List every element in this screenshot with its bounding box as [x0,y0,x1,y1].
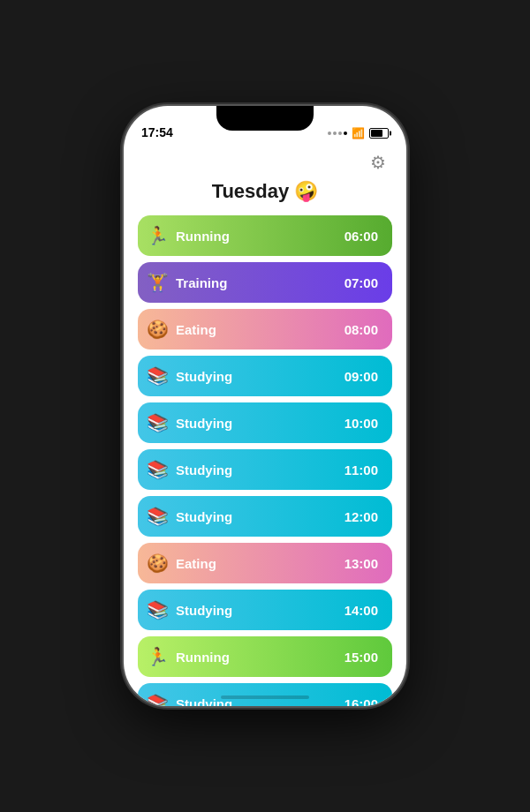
item-time: 11:00 [344,462,378,477]
item-label: Training [176,275,227,290]
item-left: 📚 Studying [147,695,232,706]
item-label: Studying [176,509,232,524]
item-left: 🏃 Running [147,648,230,665]
item-time: 13:00 [344,556,378,571]
schedule-item[interactable]: 🍪 Eating 08:00 [138,309,392,350]
schedule-item[interactable]: 📚 Studying 12:00 [138,496,392,537]
item-left: 🍪 Eating [147,320,216,338]
schedule-item[interactable]: 🏃 Running 15:00 [138,636,392,677]
schedule-item[interactable]: 📚 Studying 16:00 [138,683,392,706]
item-emoji: 🍪 [147,554,169,572]
battery-icon [369,128,389,139]
item-emoji: 📚 [147,508,169,525]
item-label: Studying [176,369,232,384]
item-time: 07:00 [344,275,378,290]
settings-button[interactable]: ⚙ [364,148,392,177]
item-left: 📚 Studying [147,367,232,385]
item-time: 09:00 [344,369,378,384]
item-emoji: 📚 [147,601,169,619]
item-time: 06:00 [344,229,378,244]
item-emoji: 📚 [147,414,169,432]
status-time: 17:54 [141,125,173,139]
item-left: 📚 Studying [147,601,232,619]
item-label: Running [176,650,230,665]
phone-content[interactable]: ⚙ Tuesday 🤪 🏃 Running 06:00 🏋️ Training … [124,145,406,706]
item-left: 📚 Studying [147,414,232,432]
item-emoji: 🍪 [147,320,169,338]
schedule-item[interactable]: 📚 Studying 11:00 [138,449,392,490]
item-left: 🏋️ Training [147,274,227,291]
item-emoji: 🏃 [147,648,169,665]
page-title: Tuesday 🤪 [138,180,392,203]
header-row: ⚙ [138,145,392,177]
schedule-item[interactable]: 🏋️ Training 07:00 [138,262,392,303]
item-label: Eating [176,556,216,571]
item-time: 12:00 [344,509,378,524]
item-emoji: 📚 [147,461,169,478]
item-label: Eating [176,322,216,337]
schedule-item[interactable]: 📚 Studying 14:00 [138,590,392,630]
item-left: 🍪 Eating [147,554,216,572]
home-indicator [221,695,309,699]
item-label: Running [176,229,230,244]
signal-icon [328,132,347,135]
item-label: Studying [176,603,232,618]
item-emoji: 📚 [147,695,169,706]
schedule-list: 🏃 Running 06:00 🏋️ Training 07:00 🍪 Eati… [138,215,392,706]
item-time: 10:00 [344,416,378,431]
item-time: 14:00 [344,603,378,618]
item-label: Studying [176,462,232,477]
item-left: 📚 Studying [147,508,232,525]
item-emoji: 📚 [147,367,169,385]
notch [216,106,314,131]
item-time: 15:00 [344,650,378,665]
status-icons: 📶 [328,127,389,139]
item-emoji: 🏋️ [147,274,169,291]
wifi-icon: 📶 [352,127,365,139]
item-left: 🏃 Running [147,227,230,244]
item-time: 16:00 [344,696,378,707]
item-label: Studying [176,416,232,431]
schedule-item[interactable]: 🍪 Eating 13:00 [138,543,392,583]
item-time: 08:00 [344,322,378,337]
schedule-item[interactable]: 📚 Studying 10:00 [138,402,392,443]
phone-frame: 17:54 📶 ⚙ Tuesday 🤪 🏃 [124,106,406,706]
schedule-item[interactable]: 🏃 Running 06:00 [138,215,392,256]
schedule-item[interactable]: 📚 Studying 09:00 [138,356,392,396]
item-left: 📚 Studying [147,461,232,478]
item-emoji: 🏃 [147,227,169,244]
